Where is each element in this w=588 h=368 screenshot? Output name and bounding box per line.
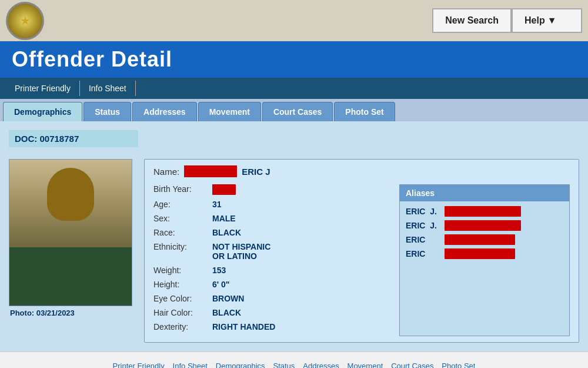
name-label: Name: (153, 167, 179, 177)
doc-number-row: DOC: 00718787 (9, 130, 138, 147)
birth-year-redacted (212, 184, 236, 195)
birth-year-row: Birth Year: (153, 184, 390, 195)
doc-number: 00718787 (40, 134, 79, 144)
age-label: Age: (153, 200, 212, 209)
birth-year-redacted-bar (212, 184, 236, 195)
dexterity-value: RIGHT HANDED (212, 322, 275, 331)
tab-court-cases[interactable]: Court Cases (262, 102, 333, 121)
footer-link-court-cases[interactable]: Court Cases (391, 362, 433, 368)
ethnicity-value: NOT HISPANICOR LATINO (212, 242, 270, 261)
alias-row-4: ERIC (406, 248, 563, 259)
action-bar: Printer Friendly Info Sheet (0, 78, 588, 99)
name-row: Name: ERIC J (153, 165, 570, 177)
ethnicity-row: Ethnicity: NOT HISPANICOR LATINO (153, 242, 390, 261)
state-seal-logo (6, 2, 44, 40)
name-redacted-bar (184, 165, 237, 177)
weight-value: 153 (212, 266, 226, 275)
tab-movement[interactable]: Movement (198, 102, 261, 121)
age-value: 31 (212, 200, 222, 209)
alias-row-3: ERIC (406, 234, 563, 245)
race-value: BLACK (212, 228, 241, 237)
sex-row: Sex: MALE (153, 214, 390, 223)
new-search-button[interactable]: New Search (432, 8, 512, 33)
race-label: Race: (153, 228, 212, 237)
alias-1-redacted (445, 206, 521, 217)
tab-status[interactable]: Status (83, 102, 131, 121)
footer-link-status[interactable]: Status (273, 362, 295, 368)
aliases-body: ERIC J. ERIC J. ERIC ERIC (400, 201, 569, 267)
height-value: 6' 0" (212, 280, 229, 289)
photo-date-label: Photo: 03/21/2023 (9, 306, 138, 320)
top-bar: New Search Help ▼ (0, 0, 588, 41)
tab-bar: Demographics Status Addresses Movement C… (0, 99, 588, 121)
alias-row-1: ERIC J. (406, 206, 563, 217)
page-header: Offender Detail (0, 41, 588, 78)
tab-demographics[interactable]: Demographics (3, 102, 82, 121)
footer-link-printer-friendly[interactable]: Printer Friendly (113, 362, 165, 368)
birth-year-label: Birth Year: (153, 184, 212, 194)
weight-row: Weight: 153 (153, 266, 390, 275)
alias-2-redacted (445, 220, 521, 231)
footer: Printer Friendly Info Sheet Demographics… (0, 352, 588, 368)
footer-link-info-sheet[interactable]: Info Sheet (173, 362, 208, 368)
eye-color-label: Eye Color: (153, 294, 212, 303)
footer-link-demographics[interactable]: Demographics (216, 362, 265, 368)
photo-column: Photo: 03/21/2023 (9, 159, 138, 343)
ethnicity-label: Ethnicity: (153, 242, 212, 251)
info-column: Name: ERIC J Birth Year: (144, 159, 579, 343)
mugshot-photo (9, 159, 132, 306)
main-content-row: Photo: 03/21/2023 Name: ERIC J Birth Yea… (9, 159, 579, 343)
help-button[interactable]: Help ▼ (512, 8, 582, 33)
alias-3-name: ERIC (406, 235, 441, 244)
name-value: ERIC J (242, 167, 270, 177)
top-right-buttons: New Search Help ▼ (432, 8, 582, 33)
tab-photo-set[interactable]: Photo Set (334, 102, 395, 121)
weight-label: Weight: (153, 266, 212, 275)
footer-link-movement[interactable]: Movement (348, 362, 383, 368)
alias-3-redacted (445, 234, 515, 245)
eye-color-row: Eye Color: BROWN (153, 294, 390, 303)
alias-1-name: ERIC J. (406, 207, 441, 216)
help-label: Help (524, 15, 545, 26)
hair-color-value: BLACK (212, 308, 241, 317)
aliases-section: Aliases ERIC J. ERIC J. ERIC (399, 184, 570, 336)
height-label: Height: (153, 280, 212, 289)
hair-color-row: Hair Color: BLACK (153, 308, 390, 317)
detail-fields: Birth Year: Age: 31 Sex: MALE (153, 184, 390, 336)
dexterity-row: Dexterity: RIGHT HANDED (153, 322, 390, 331)
tab-addresses[interactable]: Addresses (132, 102, 197, 121)
printer-friendly-top-link[interactable]: Printer Friendly (6, 81, 80, 96)
aliases-header: Aliases (400, 185, 569, 201)
alias-4-redacted (445, 248, 515, 259)
help-arrow-icon: ▼ (547, 15, 557, 26)
eye-color-value: BROWN (212, 294, 244, 303)
mugshot-image (9, 159, 132, 306)
alias-4-name: ERIC (406, 249, 441, 258)
hair-color-label: Hair Color: (153, 308, 212, 317)
detail-aliases-row: Birth Year: Age: 31 Sex: MALE (153, 184, 570, 336)
alias-row-2: ERIC J. (406, 220, 563, 231)
sex-value: MALE (212, 214, 236, 223)
footer-link-addresses[interactable]: Addresses (303, 362, 339, 368)
footer-link-photo-set[interactable]: Photo Set (442, 362, 475, 368)
sex-label: Sex: (153, 214, 212, 223)
alias-2-name: ERIC J. (406, 221, 441, 230)
race-row: Race: BLACK (153, 228, 390, 237)
logo-area (6, 2, 44, 40)
page-title: Offender Detail (12, 47, 172, 72)
dexterity-label: Dexterity: (153, 322, 212, 331)
height-row: Height: 6' 0" (153, 280, 390, 289)
doc-label: DOC: (15, 134, 37, 144)
content-area: DOC: 00718787 Photo: 03/21/2023 Name: ER… (0, 121, 588, 352)
info-sheet-top-link[interactable]: Info Sheet (80, 81, 136, 96)
age-row: Age: 31 (153, 200, 390, 209)
